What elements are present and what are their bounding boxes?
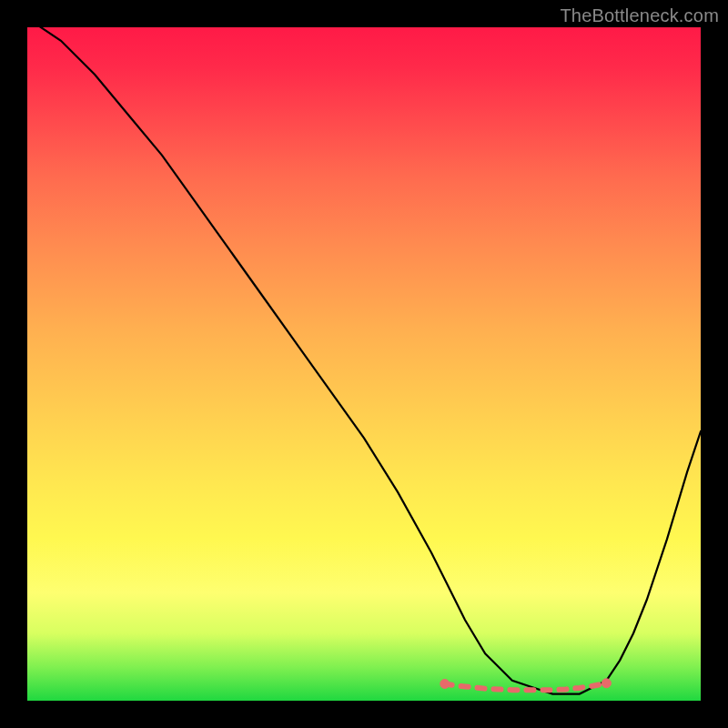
svg-point-1 — [602, 679, 611, 688]
bottleneck-curve — [27, 27, 701, 694]
watermark-text: TheBottleneck.com — [560, 5, 719, 26]
curve-layer — [27, 27, 701, 701]
chart-frame — [27, 27, 701, 701]
svg-point-0 — [440, 680, 450, 689]
